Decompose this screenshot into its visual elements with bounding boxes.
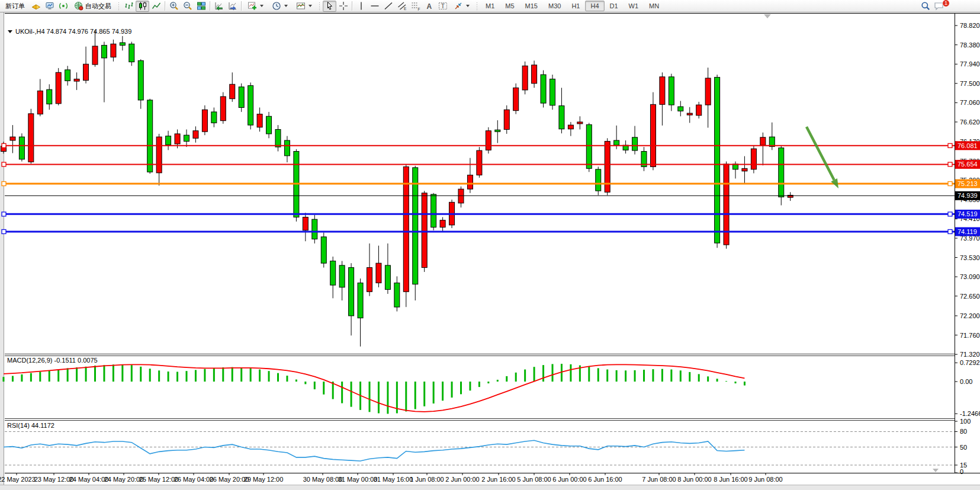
bar-chart-button[interactable] [122,1,136,12]
toolbar-grip [118,2,120,10]
auto-trading-label: 自动交易 [85,2,111,11]
text-icon: A [425,1,434,11]
svg-text:71.320: 71.320 [960,351,980,358]
svg-text:71.760: 71.760 [960,332,980,339]
symbol-ohlc-label: UKOil-,H4 74.874 74.976 74.865 74.939 [15,28,131,35]
tile-windows-icon [197,1,206,11]
cursor-arrow-icon [325,1,335,11]
template-icon [296,1,306,11]
timeframe-h1-button[interactable]: H1 [566,1,585,11]
data-feed-button[interactable] [56,1,70,12]
trendline-button[interactable] [381,1,395,12]
price-chart[interactable]: 78.82078.38077.94077.50077.06076.62076.1… [0,12,980,490]
text-label-button[interactable]: T [436,1,449,12]
auto-trading-button[interactable]: 自动交易 [70,1,115,12]
svg-text:23 May 12:00: 23 May 12:00 [34,476,74,483]
rsi-indicator-label: RSI(14) 44.1172 [7,422,54,429]
chart-shift-button[interactable] [226,1,239,12]
timeframe-w1-button[interactable]: W1 [624,1,644,11]
trendline-icon [384,1,393,11]
text-button[interactable]: A [422,1,436,12]
timeframe-d1-button[interactable]: D1 [605,1,624,11]
channel-button[interactable]: E [395,1,409,12]
svg-text:24 May 20:00: 24 May 20:00 [104,476,144,483]
fibonacci-icon: F [411,1,420,11]
svg-text:E: E [404,7,407,11]
search-icon [921,1,930,11]
line-chart-icon [152,1,161,11]
timeframe-m30-button[interactable]: M30 [543,1,566,11]
dropdown-caret-icon [284,5,288,7]
timeframe-m5-button[interactable]: M5 [500,1,519,11]
svg-text:77.940: 77.940 [960,60,980,68]
periods-button[interactable] [268,1,292,12]
svg-text:A: A [426,2,432,11]
svg-text:0.00: 0.00 [960,378,972,385]
zoom-out-button[interactable] [181,1,194,12]
timeframe-m1-button[interactable]: M1 [480,1,500,11]
timeframe-mn-button[interactable]: MN [644,1,664,11]
candlestick-chart-icon [138,1,147,11]
svg-text:22 May 2023: 22 May 2023 [0,476,36,483]
svg-text:78.820: 78.820 [960,22,980,29]
profiles-icon [31,1,41,11]
svg-text:77.500: 77.500 [960,80,980,87]
svg-text:8 Jun 16:00: 8 Jun 16:00 [714,476,748,483]
toolbar-separator [165,1,165,11]
svg-text:100: 100 [960,418,971,425]
auto-trading-globe-icon [74,1,83,11]
svg-text:24 May 04:00: 24 May 04:00 [69,476,109,483]
svg-text:50: 50 [960,444,967,451]
notifications-button[interactable]: 1 [932,1,946,12]
timeframe-h4-button[interactable]: H4 [585,1,604,11]
horizontal-line-button[interactable] [368,1,381,12]
svg-text:6 Jun 00:00: 6 Jun 00:00 [552,476,587,483]
crosshair-button[interactable] [336,1,350,12]
templates-button[interactable] [292,1,316,12]
zoom-in-button[interactable] [167,1,181,12]
svg-text:31 May 16:00: 31 May 16:00 [374,476,413,483]
candlestick-chart-button[interactable] [136,1,149,12]
search-button[interactable] [918,1,932,12]
fibonacci-button[interactable]: F [409,1,422,12]
svg-text:72.650: 72.650 [960,293,980,300]
svg-text:6 Jun 16:00: 6 Jun 16:00 [588,476,622,483]
toolbar-separator [241,1,242,11]
svg-text:26 May 20:00: 26 May 20:00 [210,476,249,483]
toolbar-grip [319,2,320,10]
auto-scroll-button[interactable] [212,1,226,12]
indicators-button[interactable] [243,1,268,12]
bar-chart-icon [124,1,134,11]
line-chart-button[interactable] [149,1,163,12]
new-order-button[interactable]: 新订单 [1,1,29,12]
toolbar-separator [352,1,352,11]
horizontal-line-icon [370,1,380,11]
svg-text:76.081: 76.081 [957,142,978,149]
arrows-button[interactable] [449,1,474,12]
timeframe-m15-button[interactable]: M15 [520,1,543,11]
toolbar-separator [210,1,210,11]
main-toolbar: 新订单 自动交易 [0,0,980,12]
svg-text:0.7292: 0.7292 [960,359,980,366]
svg-text:75.213: 75.213 [957,180,978,187]
tile-windows-button[interactable] [194,1,208,12]
auto-scroll-icon [214,1,224,11]
chart-window[interactable]: 78.82078.38077.94077.50077.06076.62076.1… [0,12,980,490]
profiles-button[interactable] [29,1,43,12]
vertical-line-button[interactable] [354,1,368,12]
dropdown-caret-icon [260,5,264,7]
cursor-button[interactable] [323,1,336,12]
svg-text:T: T [441,2,445,9]
svg-text:73.090: 73.090 [960,273,980,280]
arrows-icon [454,1,463,11]
svg-text:78.380: 78.380 [960,41,980,49]
market-watch-button[interactable] [43,1,56,12]
symbol-title: UKOil-,H4 74.874 74.976 74.865 74.939 [8,28,131,35]
chart-shift-icon [228,1,237,11]
svg-text:74.519: 74.519 [957,210,978,217]
svg-text:26 May 04:00: 26 May 04:00 [174,476,214,483]
window-menu-icon[interactable] [8,30,12,33]
svg-text:2 Jun 00:00: 2 Jun 00:00 [445,476,480,483]
svg-text:8 Jun 00:00: 8 Jun 00:00 [677,476,712,483]
svg-text:7 Jun 08:00: 7 Jun 08:00 [642,476,676,483]
